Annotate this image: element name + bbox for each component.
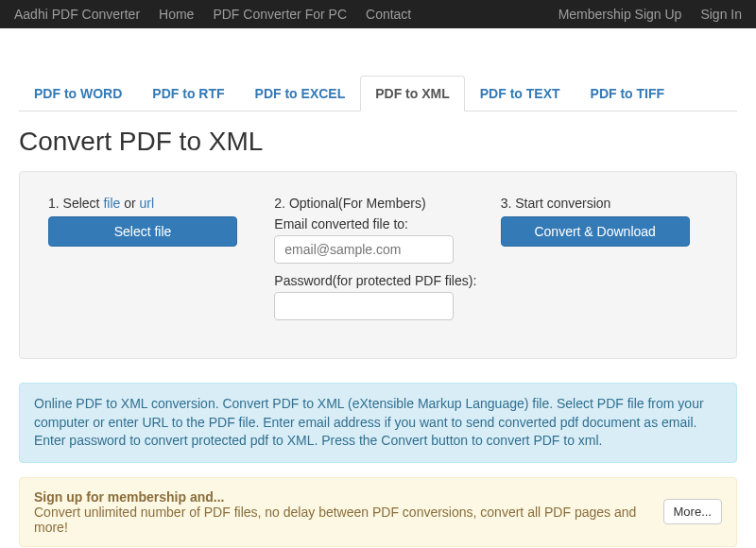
step-1-label: 1. Select file or url — [48, 196, 255, 211]
select-file-button[interactable]: Select file — [48, 216, 237, 247]
nav-home[interactable]: Home — [159, 7, 194, 22]
convert-button[interactable]: Convert & Download — [501, 216, 690, 247]
tabs: PDF to WORD PDF to RTF PDF to EXCEL PDF … — [19, 76, 737, 111]
membership-lead: Sign up for membership and... — [34, 489, 663, 505]
tab-pdf-to-excel[interactable]: PDF to EXCEL — [240, 76, 361, 111]
membership-alert: Sign up for membership and... Convert un… — [19, 477, 737, 547]
nav-right: Membership Sign Up Sign In — [558, 7, 742, 22]
tab-pdf-to-tiff[interactable]: PDF to TIFF — [576, 76, 680, 111]
nav-signup[interactable]: Membership Sign Up — [558, 7, 682, 22]
nav-brand[interactable]: Aadhi PDF Converter — [14, 7, 140, 22]
tab-pdf-to-rtf[interactable]: PDF to RTF — [137, 76, 239, 111]
nav-left: Aadhi PDF Converter Home PDF Converter F… — [14, 7, 411, 22]
membership-body: Convert unlimited number of PDF files, n… — [34, 505, 663, 535]
step-3-label: 3. Start conversion — [501, 196, 708, 211]
step-2: 2. Optional(For Members) Email converted… — [274, 196, 481, 330]
select-file-link[interactable]: file — [103, 196, 120, 211]
step-2-label: 2. Optional(For Members) — [274, 196, 481, 211]
step-1: 1. Select file or url Select file — [48, 196, 255, 330]
tab-pdf-to-text[interactable]: PDF to TEXT — [465, 76, 576, 111]
select-url-link[interactable]: url — [140, 196, 155, 211]
nav-signin[interactable]: Sign In — [700, 7, 742, 22]
nav-pc[interactable]: PDF Converter For PC — [213, 7, 347, 22]
more-button[interactable]: More... — [663, 499, 722, 524]
email-input[interactable] — [274, 235, 454, 264]
nav-contact[interactable]: Contact — [366, 7, 411, 22]
info-alert: Online PDF to XML conversion. Convert PD… — [19, 383, 737, 463]
email-label: Email converted file to: — [274, 216, 481, 231]
password-label: Password(for protected PDF files): — [274, 273, 481, 288]
conversion-panel: 1. Select file or url Select file 2. Opt… — [19, 171, 737, 359]
navbar: Aadhi PDF Converter Home PDF Converter F… — [0, 0, 756, 28]
step-3: 3. Start conversion Convert & Download — [501, 196, 708, 330]
password-input[interactable] — [274, 292, 454, 320]
tab-pdf-to-word[interactable]: PDF to WORD — [19, 76, 137, 111]
page-title: Convert PDF to XML — [19, 127, 737, 157]
tab-pdf-to-xml[interactable]: PDF to XML — [360, 76, 465, 111]
